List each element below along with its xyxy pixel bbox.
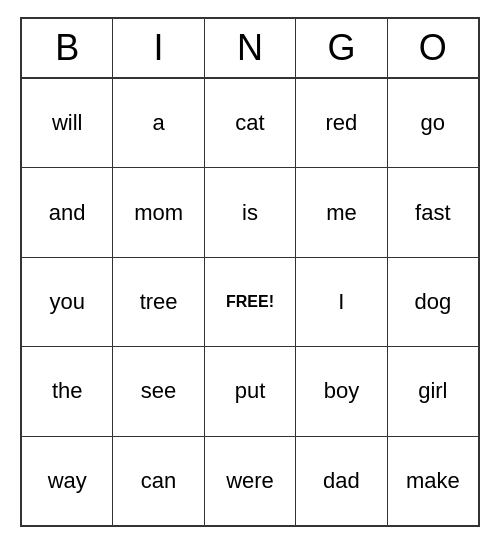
bingo-cell-0-1: a bbox=[113, 79, 204, 167]
bingo-body: willacatredgoandmomismefastyoutreeFREE!I… bbox=[22, 79, 478, 525]
header-letter-o: O bbox=[388, 19, 478, 77]
bingo-cell-3-3: boy bbox=[296, 347, 387, 435]
bingo-cell-2-1: tree bbox=[113, 258, 204, 346]
header-letter-b: B bbox=[22, 19, 113, 77]
bingo-cell-4-4: make bbox=[388, 437, 478, 525]
bingo-header: BINGO bbox=[22, 19, 478, 79]
bingo-cell-1-4: fast bbox=[388, 168, 478, 256]
bingo-cell-3-0: the bbox=[22, 347, 113, 435]
bingo-row-3: theseeputboygirl bbox=[22, 347, 478, 436]
bingo-row-4: waycanweredadmake bbox=[22, 437, 478, 525]
bingo-cell-4-1: can bbox=[113, 437, 204, 525]
bingo-cell-0-2: cat bbox=[205, 79, 296, 167]
bingo-cell-2-4: dog bbox=[388, 258, 478, 346]
bingo-row-2: youtreeFREE!Idog bbox=[22, 258, 478, 347]
header-letter-g: G bbox=[296, 19, 387, 77]
header-letter-i: I bbox=[113, 19, 204, 77]
bingo-cell-0-4: go bbox=[388, 79, 478, 167]
bingo-row-0: willacatredgo bbox=[22, 79, 478, 168]
bingo-cell-4-3: dad bbox=[296, 437, 387, 525]
bingo-card: BINGO willacatredgoandmomismefastyoutree… bbox=[20, 17, 480, 527]
bingo-cell-3-1: see bbox=[113, 347, 204, 435]
bingo-cell-4-2: were bbox=[205, 437, 296, 525]
bingo-row-1: andmomismefast bbox=[22, 168, 478, 257]
bingo-cell-2-3: I bbox=[296, 258, 387, 346]
bingo-cell-0-3: red bbox=[296, 79, 387, 167]
bingo-cell-1-1: mom bbox=[113, 168, 204, 256]
bingo-cell-2-2: FREE! bbox=[205, 258, 296, 346]
bingo-cell-3-2: put bbox=[205, 347, 296, 435]
bingo-cell-0-0: will bbox=[22, 79, 113, 167]
bingo-cell-1-0: and bbox=[22, 168, 113, 256]
bingo-cell-2-0: you bbox=[22, 258, 113, 346]
bingo-cell-3-4: girl bbox=[388, 347, 478, 435]
bingo-cell-4-0: way bbox=[22, 437, 113, 525]
bingo-cell-1-2: is bbox=[205, 168, 296, 256]
bingo-cell-1-3: me bbox=[296, 168, 387, 256]
header-letter-n: N bbox=[205, 19, 296, 77]
